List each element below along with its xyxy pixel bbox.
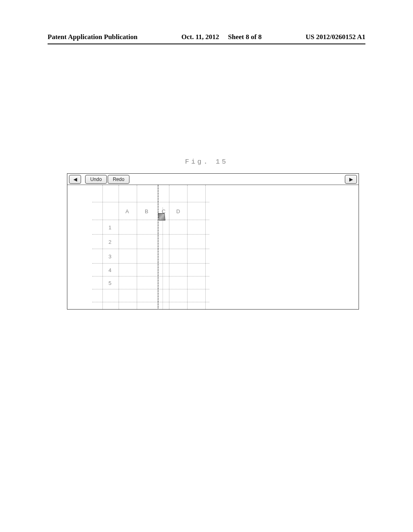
gridline-vertical <box>137 185 137 310</box>
gridline-vertical <box>205 185 206 310</box>
redo-label: Redo <box>113 177 125 182</box>
gridline-horizontal <box>92 302 209 302</box>
toolbar: ◀ Undo Redo ▶ <box>67 174 359 185</box>
gridline-vertical <box>102 185 103 310</box>
gridline-vertical <box>187 185 188 310</box>
header-rule <box>48 44 365 44</box>
gridline-horizontal <box>92 249 209 249</box>
column-insert-cursor-icon[interactable] <box>158 213 165 220</box>
gridline-vertical <box>119 185 119 310</box>
page-header: Patent Application Publication Oct. 11, … <box>48 33 365 41</box>
sheet-indicator: Sheet 8 of 8 <box>228 33 262 41</box>
spreadsheet-canvas[interactable]: A B C D 1 2 3 4 5 <box>67 185 359 310</box>
row-header-5[interactable]: 5 <box>108 280 111 286</box>
spreadsheet-grid: A B C D 1 2 3 4 5 <box>88 185 209 310</box>
col-header-b[interactable]: B <box>145 208 148 214</box>
forward-button[interactable]: ▶ <box>345 175 357 184</box>
row-header-3[interactable]: 3 <box>108 254 111 260</box>
publication-number: US 2012/0260152 A1 <box>306 33 365 41</box>
gridline-horizontal <box>92 234 209 235</box>
gridline-horizontal <box>92 220 209 220</box>
publication-date: Oct. 11, 2012 <box>181 33 219 41</box>
undo-label: Undo <box>90 177 102 182</box>
back-icon: ◀ <box>73 177 77 182</box>
gridline-horizontal <box>92 202 209 202</box>
row-header-1[interactable]: 1 <box>108 224 111 231</box>
col-header-d[interactable]: D <box>176 208 180 214</box>
app-window: ◀ Undo Redo ▶ <box>67 173 359 310</box>
undo-button[interactable]: Undo <box>85 175 107 184</box>
row-header-2[interactable]: 2 <box>108 239 111 245</box>
row-header-4[interactable]: 4 <box>108 267 111 273</box>
gridline-horizontal <box>92 289 209 289</box>
col-header-a[interactable]: A <box>125 208 129 214</box>
figure-label: Fig. 15 <box>0 158 413 166</box>
redo-button[interactable]: Redo <box>108 175 129 184</box>
forward-icon: ▶ <box>349 177 353 182</box>
back-button[interactable]: ◀ <box>69 175 81 184</box>
gridline-horizontal <box>92 263 209 264</box>
publication-type: Patent Application Publication <box>48 33 138 41</box>
gridline-vertical <box>169 185 169 310</box>
column-insert-ghost <box>163 208 163 310</box>
column-insert-indicator <box>158 185 159 310</box>
gridline-horizontal <box>92 276 209 276</box>
